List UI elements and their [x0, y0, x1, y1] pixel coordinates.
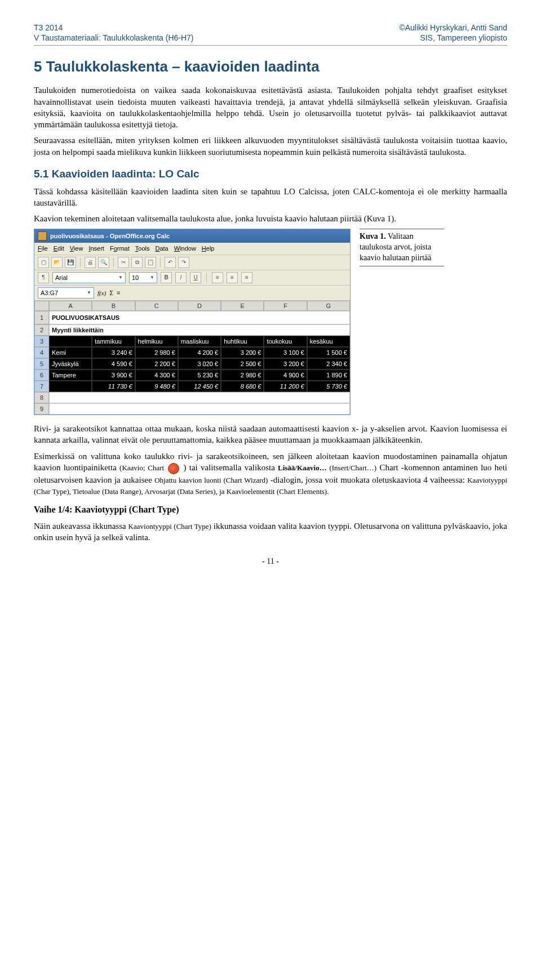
- header-left-1: T3 2014: [34, 23, 194, 33]
- sum-icon[interactable]: Σ: [109, 289, 113, 297]
- redo-icon[interactable]: ↷: [178, 257, 189, 268]
- col-D[interactable]: D: [178, 301, 221, 311]
- paragraph-3: Tässä kohdassa käsitellään kaavioiden la…: [34, 186, 507, 209]
- header-right-2: SIS, Tampereen yliopisto: [399, 33, 507, 43]
- select-all-corner[interactable]: [34, 301, 49, 311]
- row-7: 7 11 730 € 9 480 € 12 450 € 8 680 € 11 2…: [34, 381, 350, 392]
- col-E[interactable]: E: [221, 301, 264, 311]
- paragraph-6: Esimerkissä on valittuna koko taulukko r…: [34, 451, 507, 497]
- menu-tools[interactable]: Tools: [135, 244, 150, 253]
- row-2: 2 Myynti liikkeittäin: [34, 324, 350, 336]
- row-3: 3 tammikuu helmikuu maaliskuu huhtikuu t…: [34, 336, 350, 347]
- align-right-icon[interactable]: ≡: [241, 272, 252, 283]
- row-8: 8: [34, 392, 350, 403]
- new-icon[interactable]: ▢: [38, 257, 49, 268]
- col-A[interactable]: A: [49, 301, 92, 311]
- print-icon[interactable]: 🖨: [85, 257, 96, 268]
- row-4: 4 Kemi 3 240 € 2 980 € 4 200 € 3 200 € 3…: [34, 347, 350, 358]
- titlebar: puolivuosikatsaus - OpenOffice.org Calc: [34, 229, 350, 243]
- toolbar-standard: ▢ 📂 💾 🖨 🔍 ✂ ⧉ 📋 ↶ ↷: [34, 255, 350, 270]
- menu-help[interactable]: Help: [202, 244, 215, 253]
- menu-window[interactable]: Window: [174, 244, 196, 253]
- toolbar-format: ¶ Arial▼ 10▼ B I U ≡ ≡ ≡: [34, 270, 350, 286]
- header-left-2: V Taustamateriaali: Taulukkolaskenta (H6…: [34, 33, 194, 43]
- chevron-down-icon: ▼: [118, 275, 123, 281]
- chart-wizard-icon: [168, 463, 179, 474]
- styles-icon[interactable]: ¶: [38, 272, 49, 283]
- menubar: File Edit View Insert Format Tools Data …: [34, 243, 350, 255]
- formula-bar: A3:G7▼ f(x) Σ =: [34, 286, 350, 301]
- col-B[interactable]: B: [92, 301, 135, 311]
- header-right-1: ©Aulikki Hyrskykari, Antti Sand: [399, 23, 507, 33]
- fx-icon[interactable]: f(x): [97, 289, 106, 297]
- col-C[interactable]: C: [135, 301, 178, 311]
- save-icon[interactable]: 💾: [65, 257, 76, 268]
- app-icon: [38, 231, 47, 240]
- row-5: 5 Jyväskylä 4 590 € 2 200 € 3 020 € 2 50…: [34, 358, 350, 369]
- open-icon[interactable]: 📂: [51, 257, 63, 268]
- menu-edit[interactable]: Edit: [54, 244, 64, 253]
- name-box[interactable]: A3:G7▼: [38, 287, 94, 299]
- align-center-icon[interactable]: ≡: [227, 272, 238, 283]
- paragraph-7: Näin aukeavassa ikkunassa Kaaviontyyppi …: [34, 520, 507, 544]
- font-dropdown[interactable]: Arial▼: [52, 272, 126, 283]
- heading-1: 5 Taulukkolaskenta – kaavioiden laadinta: [34, 57, 507, 77]
- paragraph-1: Taulukoiden numerotiedoista on vaikea sa…: [34, 84, 507, 130]
- cut-icon[interactable]: ✂: [118, 257, 129, 268]
- row-1: 1 PUOLIVUOSIKATSAUS: [34, 311, 350, 324]
- calc-window: puolivuosikatsaus - OpenOffice.org Calc …: [34, 229, 351, 415]
- subheading: Vaihe 1/4: Kaaviotyyppi (Chart Type): [34, 504, 507, 516]
- paragraph-5: Rivi- ja sarakeotsikot kannattaa ottaa m…: [34, 423, 507, 446]
- menu-format[interactable]: Format: [110, 244, 130, 253]
- fontsize-dropdown[interactable]: 10▼: [129, 272, 157, 283]
- undo-icon[interactable]: ↶: [165, 257, 176, 268]
- equals-icon[interactable]: =: [117, 289, 120, 297]
- row-6: 6 Tampere 3 900 € 4 300 € 5 230 € 2 980 …: [34, 369, 350, 381]
- row-9: 9: [34, 403, 350, 415]
- italic-button[interactable]: I: [175, 272, 187, 283]
- menu-insert[interactable]: Insert: [88, 244, 104, 253]
- underline-button[interactable]: U: [190, 272, 201, 283]
- chevron-down-icon: ▼: [150, 275, 154, 281]
- chevron-down-icon: ▼: [87, 290, 91, 296]
- paste-icon[interactable]: 📋: [145, 257, 156, 268]
- copy-icon[interactable]: ⧉: [131, 257, 143, 268]
- preview-icon[interactable]: 🔍: [98, 257, 109, 268]
- heading-2: 5.1 Kaavioiden laadinta: LO Calc: [34, 167, 507, 181]
- col-F[interactable]: F: [264, 301, 307, 311]
- align-left-icon[interactable]: ≡: [212, 272, 223, 283]
- figure-caption: Kuva 1. Valitaan taulukosta arvot, joist…: [360, 229, 444, 266]
- col-G[interactable]: G: [307, 301, 350, 311]
- page-header: T3 2014 V Taustamateriaali: Taulukkolask…: [34, 23, 507, 46]
- menu-file[interactable]: File: [38, 244, 48, 253]
- spreadsheet: A B C D E F G 1 PUOLIVUOSIKATSAUS 2 Myyn…: [34, 301, 350, 415]
- figure-1: puolivuosikatsaus - OpenOffice.org Calc …: [34, 229, 507, 415]
- menu-view[interactable]: View: [70, 244, 83, 253]
- bold-button[interactable]: B: [161, 272, 172, 283]
- menu-data[interactable]: Data: [155, 244, 168, 253]
- window-title: puolivuosikatsaus - OpenOffice.org Calc: [50, 232, 170, 240]
- paragraph-4: Kaavion tekeminen aloitetaan valitsemall…: [34, 213, 507, 224]
- page-number: - 11 -: [34, 556, 507, 567]
- paragraph-2: Seuraavassa esitellään, miten yrityksen …: [34, 135, 507, 158]
